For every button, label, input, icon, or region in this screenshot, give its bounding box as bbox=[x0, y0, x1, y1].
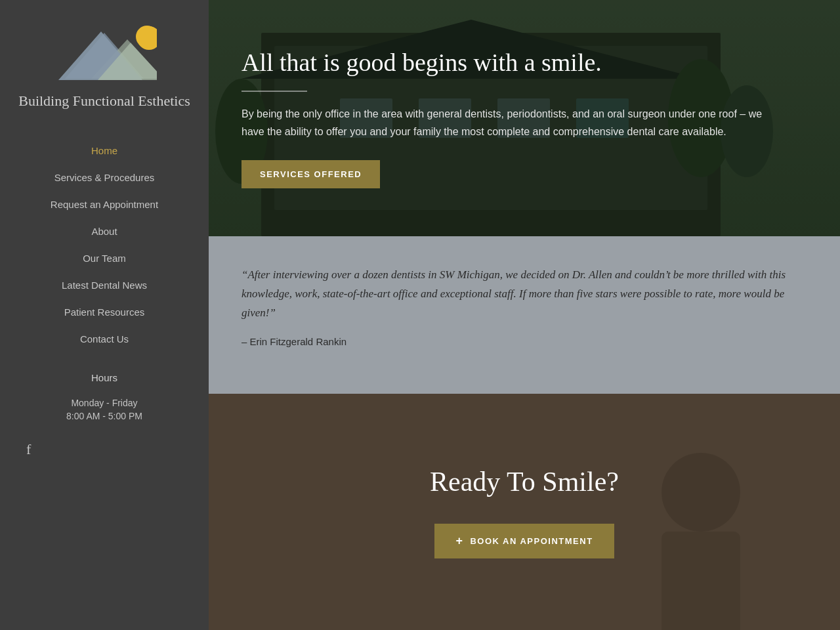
nav-about[interactable]: About bbox=[0, 218, 209, 245]
cta-title: Ready To Smile? bbox=[430, 466, 619, 497]
logo-icon bbox=[52, 20, 157, 85]
hours-days: Monday - Friday bbox=[66, 398, 142, 408]
hero-divider bbox=[242, 91, 307, 92]
hours-section: Hours Monday - Friday 8:00 AM - 5:00 PM bbox=[66, 372, 142, 421]
main-content: All that is good begins with a smile. By… bbox=[209, 0, 840, 630]
nav-appointment[interactable]: Request an Appointment bbox=[0, 191, 209, 218]
sidebar: Building Functional Esthetics Home Servi… bbox=[0, 0, 209, 630]
book-button-label: BOOK AN APPOINTMENT bbox=[470, 536, 593, 546]
hero-content: All that is good begins with a smile. By… bbox=[242, 48, 807, 189]
nav-dental-news[interactable]: Latest Dental News bbox=[0, 272, 209, 299]
testimonial-section: “After interviewing over a dozen dentist… bbox=[209, 236, 840, 394]
hero-description: By being the only office in the area wit… bbox=[242, 105, 780, 140]
cta-section: Ready To Smile? + BOOK AN APPOINTMENT bbox=[209, 394, 840, 630]
nav-home[interactable]: Home bbox=[0, 137, 209, 164]
logo-container: Building Functional Esthetics bbox=[18, 20, 190, 111]
nav-our-team[interactable]: Our Team bbox=[0, 245, 209, 272]
testimonial-author: – Erin Fitzgerald Rankin bbox=[242, 336, 807, 347]
nav-contact[interactable]: Contact Us bbox=[0, 326, 209, 352]
hero-title: All that is good begins with a smile. bbox=[242, 48, 807, 78]
book-appointment-button[interactable]: + BOOK AN APPOINTMENT bbox=[434, 524, 614, 558]
cta-content: Ready To Smile? + BOOK AN APPOINTMENT bbox=[430, 466, 619, 558]
nav-menu: Home Services & Procedures Request an Ap… bbox=[0, 137, 209, 352]
hero-section: All that is good begins with a smile. By… bbox=[209, 0, 840, 236]
services-offered-button[interactable]: SERVICES OFFERED bbox=[242, 160, 380, 188]
nav-patient-resources[interactable]: Patient Resources bbox=[0, 299, 209, 326]
hours-title: Hours bbox=[66, 372, 142, 383]
svg-point-5 bbox=[136, 26, 157, 48]
hours-time: 8:00 AM - 5:00 PM bbox=[66, 411, 142, 421]
facebook-icon[interactable]: f bbox=[26, 441, 31, 457]
social-section: f bbox=[0, 441, 209, 458]
brand-name: Building Functional Esthetics bbox=[18, 92, 190, 111]
plus-icon: + bbox=[455, 534, 463, 548]
nav-services[interactable]: Services & Procedures bbox=[0, 164, 209, 191]
testimonial-quote: “After interviewing over a dozen dentist… bbox=[242, 266, 807, 323]
